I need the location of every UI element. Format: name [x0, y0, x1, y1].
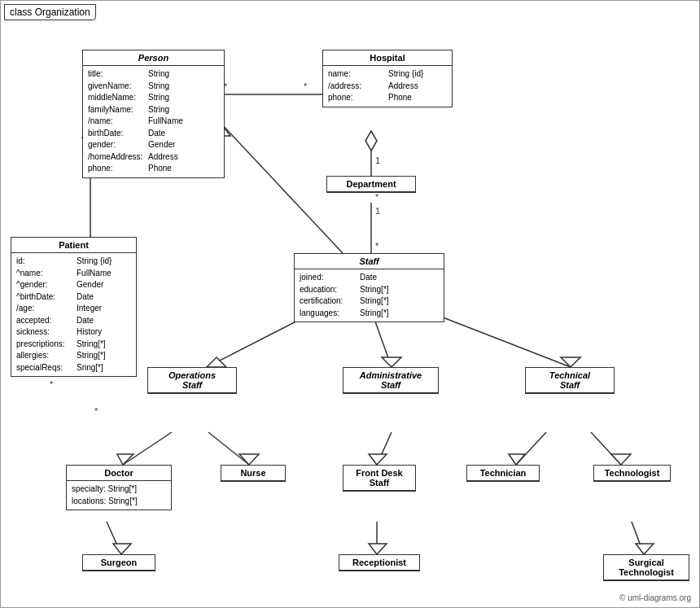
svg-line-24	[377, 432, 392, 465]
technician-class-name: Technician	[467, 466, 539, 481]
hospital-class: Hospital name:String {id} /address:Addre…	[322, 50, 453, 107]
svg-line-26	[516, 432, 546, 465]
surgical-technologist-name: SurgicalTechnologist	[604, 555, 689, 580]
svg-marker-15	[207, 357, 226, 367]
doctor-class: Doctor specialty: String[*] locations: S…	[66, 465, 172, 510]
svg-text:*: *	[375, 241, 379, 251]
svg-marker-27	[509, 454, 525, 465]
surgeon-class: Surgeon	[82, 554, 155, 571]
administrative-staff-class: AdministrativeStaff	[343, 367, 439, 394]
patient-class-name: Patient	[11, 238, 136, 253]
doctor-attrs: specialty: String[*] locations: String[*…	[67, 481, 171, 510]
surgeon-class-name: Surgeon	[83, 555, 155, 571]
svg-text:*: *	[375, 192, 379, 202]
staff-attrs: joined:Date education:String[*] certific…	[295, 269, 444, 321]
receptionist-class: Receptionist	[339, 554, 420, 571]
hospital-class-name: Hospital	[323, 50, 452, 66]
staff-class-name: Staff	[295, 254, 444, 269]
svg-marker-23	[239, 454, 259, 465]
patient-class: Patient id:String {id} ^name:FullName ^g…	[11, 237, 137, 377]
department-class-name: Department	[327, 177, 415, 192]
doctor-class-name: Doctor	[67, 466, 171, 481]
nurse-class: Nurse	[221, 465, 286, 482]
svg-marker-33	[369, 544, 387, 554]
person-class: Person title:String givenName:String mid…	[82, 50, 225, 178]
person-class-name: Person	[83, 50, 224, 66]
svg-marker-29	[611, 454, 631, 465]
front-desk-staff-name: Front DeskStaff	[343, 466, 415, 491]
svg-line-20	[123, 432, 172, 465]
technologist-class: Technologist	[593, 465, 671, 482]
patient-attrs: id:String {id} ^name:FullName ^gender:Ge…	[11, 253, 136, 376]
person-attrs: title:String givenName:String middleName…	[83, 66, 224, 177]
svg-text:*: *	[304, 81, 308, 91]
svg-line-28	[591, 432, 621, 465]
technical-staff-name: TechnicalStaff	[526, 368, 614, 393]
hospital-attrs: name:String {id} /address:Address phone:…	[323, 66, 452, 107]
technologist-class-name: Technologist	[594, 466, 670, 481]
technical-staff-class: TechnicalStaff	[525, 367, 615, 394]
svg-text:*: *	[94, 406, 98, 416]
nurse-class-name: Nurse	[221, 466, 285, 481]
svg-text:*: *	[50, 379, 54, 389]
svg-text:1: 1	[375, 155, 380, 165]
diagram-container: class Organization * * 1 * 1 *	[0, 0, 700, 608]
svg-line-12	[221, 123, 343, 253]
administrative-staff-name: AdministrativeStaff	[343, 368, 438, 393]
svg-marker-25	[369, 454, 387, 465]
svg-line-30	[107, 522, 121, 554]
operations-staff-name: OperationsStaff	[148, 368, 236, 393]
copyright: © uml-diagrams.org	[619, 593, 691, 602]
svg-line-22	[208, 432, 249, 465]
svg-text:1: 1	[375, 206, 380, 216]
svg-line-18	[424, 310, 571, 367]
svg-line-34	[632, 522, 644, 554]
svg-marker-35	[636, 544, 654, 554]
svg-marker-4	[365, 131, 377, 151]
svg-marker-19	[561, 357, 580, 367]
svg-marker-31	[113, 544, 131, 554]
technician-class: Technician	[466, 465, 540, 482]
surgical-technologist-class: SurgicalTechnologist	[603, 554, 689, 581]
staff-class: Staff joined:Date education:String[*] ce…	[294, 253, 444, 322]
svg-marker-17	[382, 357, 401, 367]
department-class: Department	[326, 176, 416, 193]
svg-marker-21	[117, 454, 133, 465]
front-desk-staff-class: Front DeskStaff	[343, 465, 416, 492]
operations-staff-class: OperationsStaff	[147, 367, 237, 394]
receptionist-class-name: Receptionist	[339, 555, 419, 571]
diagram-title: class Organization	[4, 4, 96, 20]
